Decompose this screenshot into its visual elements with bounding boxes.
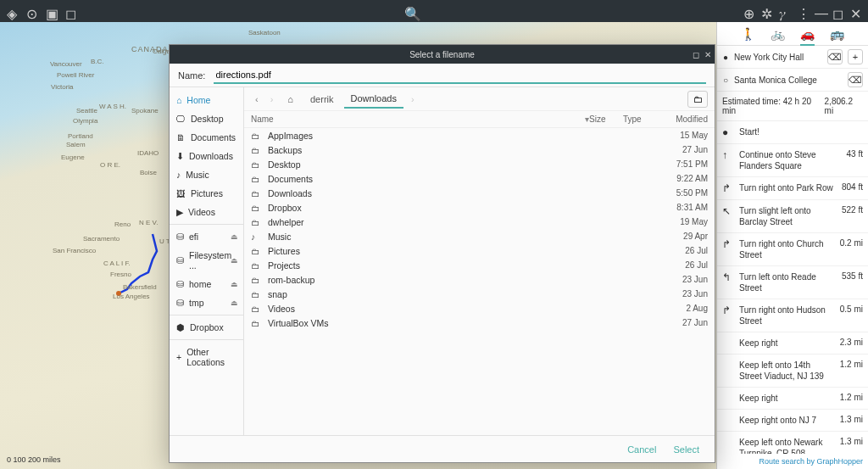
file-modified: 19 May bbox=[665, 217, 708, 226]
direction-step[interactable]: ↱Turn right onto Park Row804 ft bbox=[717, 177, 868, 200]
file-row[interactable]: 🗀Desktop7:51 PM bbox=[251, 157, 708, 171]
map-label: C A L I F. bbox=[103, 260, 131, 267]
crumb-folder[interactable]: Downloads bbox=[344, 90, 403, 109]
nav-fwd-icon[interactable]: › bbox=[266, 94, 278, 104]
maximize-icon[interactable]: ◻ bbox=[832, 6, 843, 17]
file-row[interactable]: 🗀dwhelper19 May bbox=[251, 215, 708, 229]
search-icon[interactable]: 🔍 bbox=[404, 6, 415, 17]
step-text: Turn right onto Church Street bbox=[739, 238, 835, 260]
sidebar-item-videos[interactable]: ▶Videos bbox=[170, 203, 243, 221]
dialog-maximize-icon[interactable]: ◻ bbox=[693, 50, 699, 59]
eject-icon[interactable]: ⏏ bbox=[231, 280, 238, 288]
origin-clear-button[interactable]: ⌫ bbox=[827, 49, 843, 64]
sidebar-item-other-locations[interactable]: +Other Locations bbox=[170, 343, 243, 371]
direction-step[interactable]: Keep left onto Newark Turnpike, CR 5081.… bbox=[717, 432, 868, 454]
file-row[interactable]: 🗀VirtualBox VMs27 Jun bbox=[251, 315, 708, 330]
map-label: San Francisco bbox=[53, 247, 96, 254]
sidebar-item-desktop[interactable]: 🖵Desktop bbox=[170, 109, 243, 128]
select-button[interactable]: Select bbox=[673, 444, 699, 455]
direction-step[interactable]: Keep right1.2 mi bbox=[717, 388, 868, 410]
col-modified[interactable]: Modified bbox=[665, 114, 708, 124]
origin-text[interactable]: New York City Hall bbox=[734, 53, 822, 62]
file-row[interactable]: 🗀Dropbox8:31 AM bbox=[251, 200, 708, 215]
direction-step[interactable]: ↱Turn right onto Hudson Street0.5 mi bbox=[717, 299, 868, 332]
filter-icon[interactable]: 𝛾 bbox=[779, 6, 790, 17]
eject-icon[interactable]: ⏏ bbox=[231, 299, 238, 307]
step-distance: 1.3 mi bbox=[840, 415, 863, 424]
step-distance: 522 ft bbox=[842, 205, 863, 215]
file-name: VirtualBox VMs bbox=[268, 318, 665, 328]
app-icon[interactable]: ⊙ bbox=[26, 6, 37, 17]
step-distance: 1.2 mi bbox=[840, 360, 863, 369]
col-type[interactable]: Type bbox=[623, 114, 665, 124]
new-folder-button[interactable]: 🗀 bbox=[687, 91, 708, 108]
file-list[interactable]: 🗀AppImages15 May🗀Backups27 Jun🗀Desktop7:… bbox=[244, 128, 715, 435]
file-row[interactable]: 🗀AppImages15 May bbox=[251, 128, 708, 142]
file-row[interactable]: 🗀Downloads5:50 PM bbox=[251, 186, 708, 200]
add-stop-button[interactable]: + bbox=[848, 49, 863, 64]
sidebar-item-tmp[interactable]: ⛁tmp⏏ bbox=[170, 293, 243, 312]
file-row[interactable]: 🗀rom-backup23 Jun bbox=[251, 272, 708, 287]
graphhopper-link[interactable]: Route search by GraphHopper bbox=[759, 457, 863, 466]
col-size[interactable]: Size bbox=[589, 114, 623, 124]
direction-step[interactable]: Keep right onto NJ 71.3 mi bbox=[717, 410, 868, 432]
window-icon[interactable]: ▣ bbox=[46, 6, 57, 17]
direction-step[interactable]: Keep left onto 14th Street Viaduct, NJ 1… bbox=[717, 355, 868, 388]
cancel-button[interactable]: Cancel bbox=[627, 444, 656, 455]
crumb-user[interactable]: derrik bbox=[303, 91, 341, 108]
file-row[interactable]: 🗀snap23 Jun bbox=[251, 287, 708, 301]
dest-clear-button[interactable]: ⌫ bbox=[848, 72, 863, 87]
direction-step[interactable]: ●Start! bbox=[717, 121, 868, 144]
file-row[interactable]: ♪Music29 Apr bbox=[251, 229, 708, 243]
more-icon[interactable]: ⋮ bbox=[797, 6, 808, 17]
menu-icon[interactable]: ◈ bbox=[7, 6, 18, 17]
sync-icon[interactable]: ✲ bbox=[761, 6, 772, 17]
sidebar-item-downloads[interactable]: ⬇Downloads bbox=[170, 147, 243, 165]
file-row[interactable]: 🗀Projects26 Jul bbox=[251, 258, 708, 272]
file-list-header: Name ▾ Size Type Modified bbox=[244, 111, 715, 128]
destination-row: ○ Santa Monica College ⌫ bbox=[717, 69, 868, 92]
eject-icon[interactable]: ⏏ bbox=[231, 232, 238, 241]
window2-icon[interactable]: ◻ bbox=[65, 6, 76, 17]
dest-text[interactable]: Santa Monica College bbox=[734, 75, 843, 85]
sidebar-item-documents[interactable]: 🗎Documents bbox=[170, 128, 243, 147]
crumb-home[interactable]: ⌂ bbox=[281, 91, 300, 108]
filename-input[interactable] bbox=[214, 67, 706, 84]
map-label: Portland bbox=[68, 132, 93, 140]
direction-step[interactable]: ↖Turn slight left onto Barclay Street522… bbox=[717, 200, 868, 233]
sidebar-item-pictures[interactable]: 🖼Pictures bbox=[170, 184, 243, 203]
col-name[interactable]: Name bbox=[251, 114, 585, 124]
close-icon[interactable]: ✕ bbox=[850, 6, 861, 17]
folder-icon: 🗀 bbox=[251, 318, 263, 328]
sidebar-item-home[interactable]: ⛁home⏏ bbox=[170, 275, 243, 293]
file-row[interactable]: 🗀Pictures26 Jul bbox=[251, 243, 708, 258]
folder-icon: 🗀 bbox=[251, 246, 263, 256]
eject-icon[interactable]: ⏏ bbox=[231, 256, 238, 265]
direction-step[interactable]: ↑Continue onto Steve Flanders Square43 f… bbox=[717, 144, 868, 177]
direction-step[interactable]: ↰Turn left onto Reade Street535 ft bbox=[717, 266, 868, 299]
crumb-next-icon[interactable]: › bbox=[407, 94, 419, 104]
file-row[interactable]: 🗀Backups27 Jun bbox=[251, 142, 708, 157]
sidebar-item-efi[interactable]: ⛁efi⏏ bbox=[170, 227, 243, 246]
mode-car-icon[interactable]: 🚗 bbox=[800, 27, 815, 46]
step-icon: ↰ bbox=[722, 271, 734, 283]
mode-transit-icon[interactable]: 🚌 bbox=[830, 27, 844, 41]
minimize-icon[interactable]: — bbox=[815, 6, 826, 17]
sidebar-item-filesystem-[interactable]: ⛁Filesystem ...⏏ bbox=[170, 246, 243, 275]
mode-walk-icon[interactable]: 🚶 bbox=[741, 27, 755, 41]
dialog-titlebar[interactable]: Select a filename ◻ ✕ bbox=[170, 45, 715, 64]
dialog-close-icon[interactable]: ✕ bbox=[704, 50, 711, 59]
file-row[interactable]: 🗀Documents9:22 AM bbox=[251, 171, 708, 186]
globe-icon[interactable]: ⊕ bbox=[743, 6, 754, 17]
direction-step[interactable]: ↱Turn right onto Church Street0.2 mi bbox=[717, 233, 868, 266]
file-row[interactable]: 🗀Videos2 Aug bbox=[251, 301, 708, 315]
mode-bike-icon[interactable]: 🚲 bbox=[771, 27, 785, 41]
directions-list[interactable]: ●Start!↑Continue onto Steve Flanders Squ… bbox=[717, 121, 868, 454]
step-distance: 0.2 mi bbox=[840, 238, 863, 248]
direction-step[interactable]: Keep right2.3 mi bbox=[717, 332, 868, 355]
sidebar-item-home[interactable]: ⌂Home bbox=[170, 91, 243, 109]
nav-back-icon[interactable]: ‹ bbox=[251, 94, 263, 104]
file-modified: 8:31 AM bbox=[665, 203, 708, 212]
sidebar-item-dropbox[interactable]: ⬢Dropbox bbox=[170, 318, 243, 337]
sidebar-item-music[interactable]: ♪Music bbox=[170, 165, 243, 184]
